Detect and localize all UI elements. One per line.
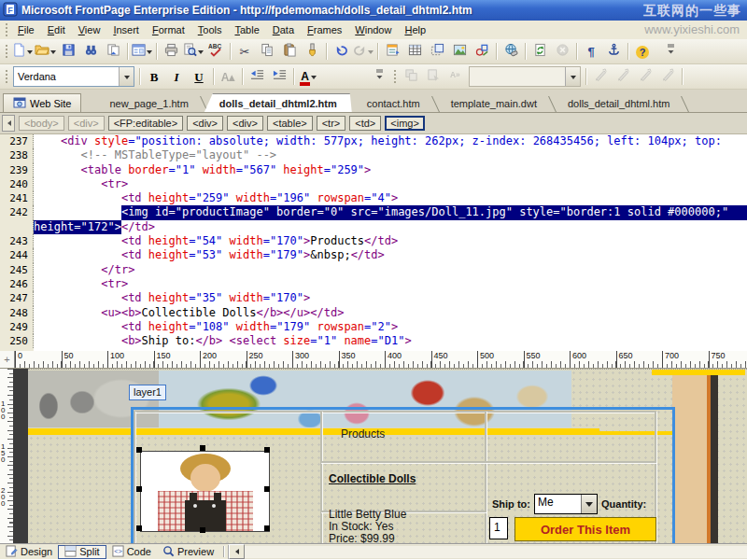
scroll-left-button[interactable] <box>229 544 245 559</box>
menu-frames[interactable]: Frames <box>301 22 348 37</box>
code-line[interactable]: 238 <!-- MSTableType="layout" --> <box>0 148 747 162</box>
product-image[interactable] <box>140 451 270 532</box>
print-button[interactable] <box>160 40 182 63</box>
view-code-button[interactable]: <>Code <box>106 545 157 559</box>
save-button[interactable] <box>57 40 79 63</box>
new-page-dropdown-arrow-icon[interactable] <box>27 50 33 57</box>
tag-item-4[interactable]: <div> <box>227 116 263 131</box>
font-name-combobox[interactable]: Verdana <box>13 66 134 87</box>
menu-format[interactable]: Format <box>146 22 191 37</box>
menubar-grip[interactable] <box>5 22 8 37</box>
menu-insert[interactable]: Insert <box>106 22 146 37</box>
scrollbar-track[interactable] <box>245 546 747 558</box>
collectible-dolls-link[interactable]: Collectible Dolls <box>329 472 416 485</box>
insert-hyperlink-button[interactable] <box>500 40 522 63</box>
tab-new_page_1-htm[interactable]: new_page_1.htm <box>94 94 203 112</box>
code-line[interactable]: 237 <div style="position: absolute; widt… <box>0 134 747 148</box>
new-page-button[interactable] <box>11 40 34 63</box>
insert-picture-button[interactable] <box>448 40 471 63</box>
code-line[interactable]: 247 <td height="35" width="170"> <box>0 291 747 305</box>
menu-tools[interactable]: Tools <box>191 22 229 37</box>
font-name-dropdown-arrow-icon[interactable] <box>119 67 134 86</box>
spelling-button[interactable]: ABC <box>204 40 227 63</box>
preview-in-browser-button[interactable] <box>182 40 204 63</box>
standard-toolbar-grip[interactable] <box>5 44 8 59</box>
menu-help[interactable]: Help <box>398 22 432 37</box>
selection-handle[interactable] <box>136 525 142 531</box>
tag-item-3[interactable]: <div> <box>187 116 223 131</box>
selection-handle[interactable] <box>136 486 142 492</box>
menu-data[interactable]: Data <box>266 22 301 37</box>
toggle-pane-button[interactable] <box>131 40 153 63</box>
italic-button[interactable]: I <box>165 65 188 88</box>
view-design-button[interactable]: Design <box>0 545 58 559</box>
web-component-button[interactable] <box>381 40 403 63</box>
open-dropdown-arrow-icon[interactable] <box>50 50 56 57</box>
copy-button[interactable] <box>256 40 278 63</box>
insert-table-button[interactable] <box>403 40 426 63</box>
code-line[interactable]: 242 <img id="productImage" border="0" sr… <box>0 205 747 219</box>
menu-view[interactable]: View <box>72 22 107 37</box>
tab-dolls_detail_dhtml-htm[interactable]: dolls_detail_dhtml.htm <box>553 94 684 112</box>
selection-handle[interactable] <box>200 527 205 533</box>
toolbar-grip[interactable] <box>393 69 397 84</box>
show-formatting-marks-button[interactable]: ¶ <box>580 40 602 63</box>
selection-handle[interactable] <box>264 486 270 492</box>
tab-template_main-dwt[interactable]: template_main.dwt <box>436 94 552 112</box>
ship-to-select[interactable]: Me <box>534 494 598 514</box>
code-line[interactable]: height="172"></td> <box>0 220 747 234</box>
order-button[interactable]: Order This Item <box>514 517 656 541</box>
tag-item-7[interactable]: <td> <box>349 116 381 131</box>
font-color-dropdown-arrow-icon[interactable] <box>311 76 317 82</box>
menu-edit[interactable]: Edit <box>41 22 72 37</box>
find-button[interactable] <box>79 40 102 63</box>
help-button[interactable]: ? <box>631 40 654 63</box>
drawing-button[interactable] <box>471 40 493 63</box>
view-preview-button[interactable]: Preview <box>157 545 219 559</box>
selection-handle[interactable] <box>264 525 270 531</box>
paste-button[interactable] <box>278 40 301 63</box>
cut-button[interactable]: ✂ <box>233 40 256 63</box>
code-line[interactable]: 250 <b>Ship to:</b> <select size="1" nam… <box>0 334 747 348</box>
code-line[interactable]: 248 <u><b>Collectible Dolls</b></u></td> <box>0 306 747 320</box>
preview-in-browser-dropdown-arrow-icon[interactable] <box>198 50 204 57</box>
selection-handle[interactable] <box>136 447 142 453</box>
underline-button[interactable]: U <box>188 65 210 88</box>
tag-item-5[interactable]: <table> <box>267 116 313 131</box>
menu-window[interactable]: Window <box>348 22 398 37</box>
select-dropdown-arrow-icon[interactable] <box>581 495 597 513</box>
design-canvas[interactable]: layer1 Products Collectible Dolls Little… <box>28 369 747 543</box>
formatting-toolbar-grip[interactable] <box>5 69 8 84</box>
code-line[interactable]: 240 <tr> <box>0 177 747 191</box>
title-bar[interactable]: F Microsoft FrontPage Enterprise Edition… <box>0 0 747 21</box>
bold-button[interactable]: B <box>143 65 165 88</box>
tag-item-2[interactable]: <FP:editable> <box>108 116 184 131</box>
quantity-input[interactable]: 1 <box>489 517 508 539</box>
code-line[interactable]: 245 </tr> <box>0 263 747 277</box>
products-cell-text[interactable]: Products <box>341 427 385 441</box>
code-line[interactable]: 243 <td height="54" width="170">Products… <box>0 234 747 248</box>
tag-scroll-left-button[interactable] <box>2 115 15 132</box>
selection-handle[interactable] <box>264 447 270 453</box>
open-button[interactable] <box>34 40 57 63</box>
horizontal-scrollbar[interactable] <box>228 545 747 559</box>
publish-site-button[interactable] <box>102 40 124 63</box>
refresh-button[interactable] <box>529 40 551 63</box>
menu-table[interactable]: Table <box>228 22 265 37</box>
code-line[interactable]: 246 <tr> <box>0 277 747 291</box>
undo-button[interactable] <box>330 40 352 63</box>
toggle-pane-dropdown-arrow-icon[interactable] <box>147 50 152 57</box>
layer-label[interactable]: layer1 <box>129 385 166 400</box>
code-line[interactable]: 241 <td height="259" width="196" rowspan… <box>0 191 747 205</box>
tag-item-8[interactable]: <img> <box>385 116 425 131</box>
view-split-button[interactable]: Split <box>58 545 106 559</box>
code-view-pane[interactable]: 237 <div style="position: absolute; widt… <box>0 134 747 351</box>
increase-indent-button[interactable] <box>268 65 290 88</box>
code-line[interactable]: 244 <td height="53" width="179">&nbsp;</… <box>0 248 747 262</box>
insert-layer-button[interactable] <box>426 40 448 63</box>
toolbar-options-button[interactable] <box>659 40 682 63</box>
decrease-indent-button[interactable] <box>246 65 268 88</box>
selection-handle[interactable] <box>200 445 205 451</box>
tab-dolls_detail_dhtml2-htm[interactable]: dolls_detail_dhtml2.htm <box>204 93 352 112</box>
tag-item-6[interactable]: <tr> <box>317 116 346 131</box>
